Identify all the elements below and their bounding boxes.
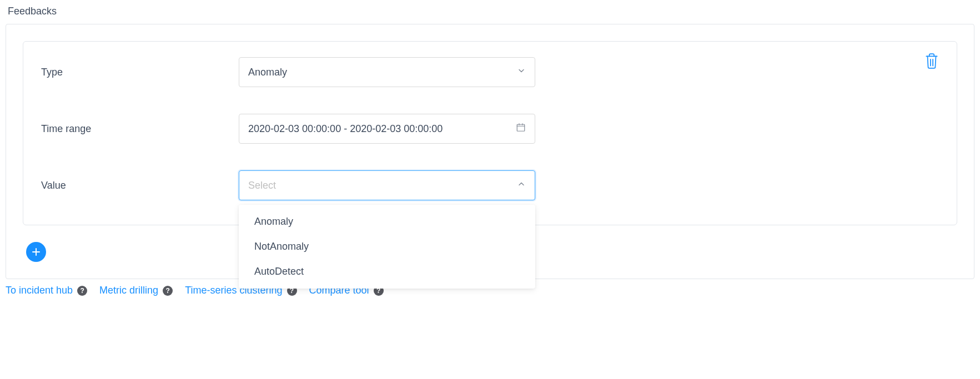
type-label: Type [41,67,239,78]
type-select-value: Anomaly [248,67,287,78]
value-option[interactable]: NotAnomaly [239,234,535,259]
value-option[interactable]: Anomaly [239,209,535,234]
help-icon[interactable]: ? [163,286,173,296]
time-range-row: Time range 2020-02-03 00:00:00 - 2020-02… [41,114,939,144]
value-select-placeholder: Select [248,180,276,191]
svg-rect-2 [517,124,525,131]
help-icon[interactable]: ? [77,286,87,296]
chevron-down-icon [517,67,526,78]
feedback-card: Type Anomaly Time range 2020-02-03 00:00… [23,41,957,225]
value-option[interactable]: AutoDetect [239,259,535,284]
plus-icon [31,247,41,257]
calendar-icon [516,123,526,135]
chevron-up-icon [517,180,526,191]
feedbacks-panel: Type Anomaly Time range 2020-02-03 00:00… [6,24,974,279]
delete-button[interactable] [924,53,939,71]
link-metric-drilling[interactable]: Metric drilling [99,285,158,296]
value-row: Value Select Anomaly NotAnomaly AutoDete… [41,170,939,200]
time-range-label: Time range [41,123,239,135]
link-incident-hub[interactable]: To incident hub [6,285,73,296]
value-dropdown: Anomaly NotAnomaly AutoDetect [239,205,535,289]
add-button[interactable] [26,242,46,262]
value-label: Value [41,180,239,191]
type-row: Type Anomaly [41,57,939,87]
value-select[interactable]: Select [239,170,535,200]
section-title: Feedbacks [8,6,974,17]
trash-icon [924,53,939,69]
type-select[interactable]: Anomaly [239,57,535,87]
time-range-input[interactable]: 2020-02-03 00:00:00 - 2020-02-03 00:00:0… [239,114,535,144]
time-range-value: 2020-02-03 00:00:00 - 2020-02-03 00:00:0… [248,123,443,135]
